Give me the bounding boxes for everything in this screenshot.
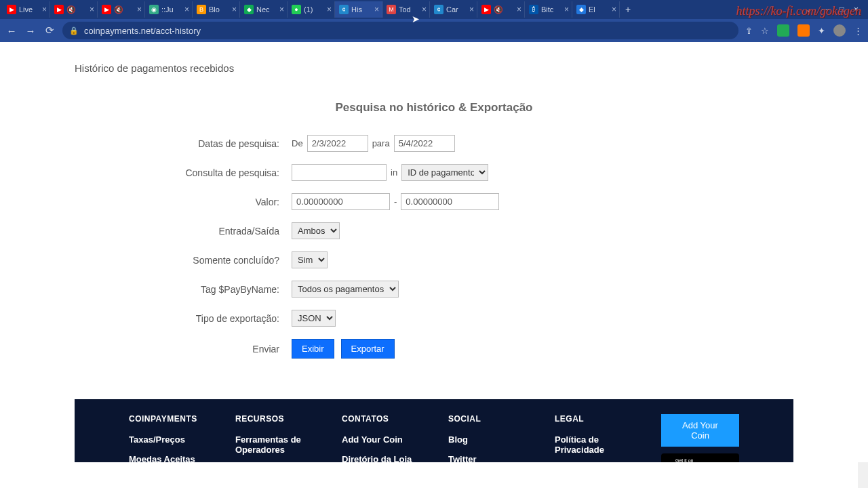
extension-icon-1[interactable] xyxy=(777,24,789,37)
footer-col-heading: RECURSOS xyxy=(235,414,308,424)
amount-label: Valor: xyxy=(75,197,292,207)
share-icon[interactable]: ⇪ xyxy=(745,26,753,36)
para-text: para xyxy=(372,138,390,148)
tab-close-icon[interactable]: × xyxy=(469,5,474,14)
inout-select[interactable]: Ambos xyxy=(292,222,340,239)
tab-favicon: ◆ xyxy=(244,5,254,14)
date-from-input[interactable] xyxy=(307,135,368,152)
page-heading: Histórico de pagamentos recebidos xyxy=(75,62,793,74)
submit-label: Enviar xyxy=(75,344,292,354)
tab-favicon: ▶ xyxy=(102,5,111,14)
amount-from-input[interactable] xyxy=(292,193,390,210)
url-input[interactable]: 🔒 coinpayments.net/acct-history xyxy=(62,22,738,39)
browser-tab[interactable]: ▶🔇× xyxy=(98,1,145,18)
browser-tab[interactable]: ₿Bitc× xyxy=(525,1,572,18)
tab-close-icon[interactable]: × xyxy=(90,5,94,14)
browser-tab[interactable]: MTod× xyxy=(382,1,430,18)
inout-label: Entrada/Saída xyxy=(75,226,292,237)
footer-link[interactable]: Add Your Coin xyxy=(342,434,414,445)
browser-tab[interactable]: ◉::Ju× xyxy=(145,1,193,18)
bookmark-icon[interactable]: ☆ xyxy=(761,26,769,36)
reload-button[interactable]: ⟳ xyxy=(43,24,56,37)
browser-tab[interactable]: ¢His× xyxy=(335,1,382,18)
tab-close-icon[interactable]: × xyxy=(42,5,47,14)
browser-tab[interactable]: ¢Car× xyxy=(430,1,477,18)
form-title: Pesquisa no histórico & Exportação xyxy=(75,101,793,115)
tab-favicon: ¢ xyxy=(339,5,349,14)
completed-select[interactable]: Sim xyxy=(292,251,328,268)
footer-link[interactable]: Política de Privacidade xyxy=(555,434,627,455)
tab-favicon: B xyxy=(197,5,206,14)
address-bar: ← → ⟳ 🔒 coinpayments.net/acct-history ⇪ … xyxy=(0,19,868,42)
footer-link[interactable]: Ferramentas de Operadores xyxy=(235,434,308,455)
footer-link[interactable]: Moedas Aceitas xyxy=(129,454,201,462)
tab-close-icon[interactable]: × xyxy=(612,5,616,14)
google-play-badge[interactable]: ▶Get it onGoogle play xyxy=(661,453,739,462)
in-text: in xyxy=(391,167,397,178)
date-to-input[interactable] xyxy=(394,135,455,152)
tab-favicon: ◆ xyxy=(576,5,586,14)
dates-label: Datas de pesquisa: xyxy=(75,138,292,149)
footer-link[interactable]: Twitter xyxy=(448,454,521,462)
tab-close-icon[interactable]: × xyxy=(232,5,237,14)
tab-favicon: ₿ xyxy=(529,5,538,14)
tab-favicon: ▶ xyxy=(54,5,64,14)
export-type-select[interactable]: JSON xyxy=(292,310,336,327)
footer-col-heading: SOCIAL xyxy=(448,414,521,424)
tab-close-icon[interactable]: × xyxy=(279,5,284,14)
browser-tab[interactable]: ◆El× xyxy=(572,1,620,18)
dash-text: - xyxy=(394,197,397,207)
footer-col-heading: COINPAYMENTS xyxy=(129,414,201,424)
url-text: coinpayments.net/acct-history xyxy=(84,26,201,36)
tab-close-icon[interactable]: × xyxy=(517,5,521,14)
tag-label: Tag $PayByName: xyxy=(75,284,292,295)
tab-close-icon[interactable]: × xyxy=(564,5,569,14)
completed-label: Somente concluído? xyxy=(75,255,292,266)
new-tab-button[interactable]: + xyxy=(620,4,636,15)
page-footer: COINPAYMENTSTaxas/PreçosMoedas AceitasRE… xyxy=(75,399,793,462)
lock-icon: 🔒 xyxy=(69,26,79,35)
browser-tab[interactable]: ◆Nec× xyxy=(240,1,288,18)
footer-link[interactable]: Taxas/Preços xyxy=(129,434,201,445)
browser-tab[interactable]: ▶🔇× xyxy=(477,1,525,18)
footer-link[interactable]: Diretório da Loja xyxy=(342,454,414,462)
tab-close-icon[interactable]: × xyxy=(374,5,379,14)
back-button[interactable]: ← xyxy=(5,25,18,37)
footer-link[interactable]: Blog xyxy=(448,434,521,445)
view-button[interactable]: Exibir xyxy=(292,339,334,359)
tab-favicon: ◉ xyxy=(149,5,159,14)
tab-favicon: ¢ xyxy=(434,5,443,14)
tag-select[interactable]: Todos os pagamentos xyxy=(292,281,399,298)
tab-favicon: M xyxy=(387,5,396,14)
menu-icon[interactable]: ⋮ xyxy=(854,26,863,36)
query-input[interactable] xyxy=(292,164,387,181)
extensions-icon[interactable]: ✦ xyxy=(818,26,825,36)
tab-favicon: ▶ xyxy=(481,5,491,14)
forward-button[interactable]: → xyxy=(24,25,37,37)
watermark-overlay: https://ko-fi.com/gokagen xyxy=(736,4,861,18)
query-label: Consulta de pesquisa: xyxy=(75,167,292,178)
browser-tab[interactable]: BBlo× xyxy=(193,1,240,18)
tab-close-icon[interactable]: × xyxy=(184,5,189,14)
tab-favicon: ● xyxy=(292,5,301,14)
tab-close-icon[interactable]: × xyxy=(422,5,427,14)
footer-col-heading: LEGAL xyxy=(555,414,627,424)
add-your-coin-button[interactable]: Add Your Coin xyxy=(661,414,739,447)
page-content: Histórico de pagamentos recebidos Pesqui… xyxy=(0,42,868,462)
tab-close-icon[interactable]: × xyxy=(137,5,142,14)
browser-tab[interactable]: ●(1)× xyxy=(288,1,335,18)
browser-tab[interactable]: ▶🔇× xyxy=(50,1,98,18)
browser-tab[interactable]: ▶Live× xyxy=(3,1,50,18)
de-text: De xyxy=(292,138,303,148)
footer-col-heading: CONTATOS xyxy=(342,414,414,424)
extension-icon-2[interactable] xyxy=(797,24,810,37)
amount-to-input[interactable] xyxy=(401,193,499,210)
export-button[interactable]: Exportar xyxy=(341,339,395,359)
query-field-select[interactable]: ID de pagamento xyxy=(401,164,488,181)
profile-avatar[interactable] xyxy=(833,24,846,37)
export-type-label: Tipo de exportação: xyxy=(75,313,292,324)
tab-close-icon[interactable]: × xyxy=(327,5,332,14)
tab-favicon: ▶ xyxy=(7,5,16,14)
